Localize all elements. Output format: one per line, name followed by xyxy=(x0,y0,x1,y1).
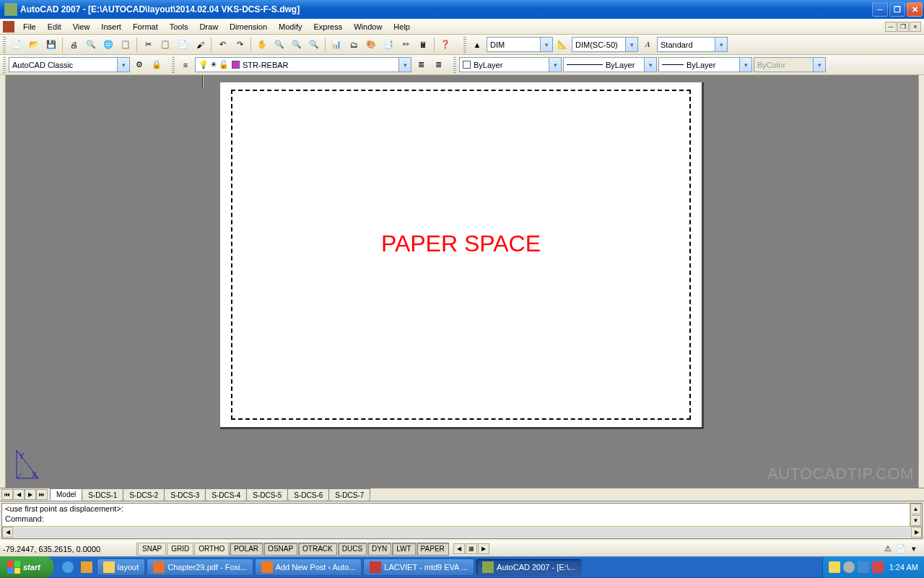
task-item[interactable]: Chapter29.pdf - Foxi... xyxy=(147,558,253,576)
layout-tab-s-dcs-4[interactable]: S-DCS-4 xyxy=(205,488,247,501)
sheet-set-button[interactable]: 📑 xyxy=(380,37,396,53)
layout-tab-model[interactable]: Model xyxy=(50,488,82,501)
menu-window[interactable]: Window xyxy=(348,21,388,33)
ql-ie[interactable] xyxy=(59,558,77,576)
dim-style-dropdown[interactable]: DIM xyxy=(487,37,553,52)
plot-button[interactable]: 🖨 xyxy=(66,37,82,53)
tab-last[interactable]: ⏭ xyxy=(36,489,48,500)
mdi-close[interactable]: × xyxy=(910,22,921,32)
menu-draw[interactable]: Draw xyxy=(193,21,224,33)
task-item[interactable]: AutoCAD 2007 - [E:\... xyxy=(476,558,582,576)
layout-tab-s-dcs-6[interactable]: S-DCS-6 xyxy=(287,488,329,501)
menu-help[interactable]: Help xyxy=(388,21,416,33)
help-button[interactable]: ❓ xyxy=(437,37,453,53)
layer-state[interactable]: ≣ xyxy=(430,57,446,73)
dc-button[interactable]: 🗂 xyxy=(346,37,362,53)
task-item[interactable]: LACVIET - mtd9 EVA ... xyxy=(363,558,474,576)
menu-file[interactable]: File xyxy=(17,21,42,33)
toggle-paper[interactable]: PAPER xyxy=(417,543,449,556)
workspace-lock[interactable]: 🔒 xyxy=(149,57,165,73)
layout-tab-s-dcs-3[interactable]: S-DCS-3 xyxy=(164,488,206,501)
scroll-right[interactable]: ▶ xyxy=(911,527,922,538)
tray-icon-4[interactable] xyxy=(872,561,884,573)
toggle-lwt[interactable]: LWT xyxy=(392,543,415,556)
markup-button[interactable]: ✏ xyxy=(398,37,414,53)
ql-desktop[interactable] xyxy=(78,558,95,576)
status-tray-icon[interactable]: ▾ xyxy=(908,543,920,555)
menu-modify[interactable]: Modify xyxy=(273,21,308,33)
calc-button[interactable]: 🖩 xyxy=(415,37,431,53)
task-item[interactable]: Add New Post ‹ Auto... xyxy=(255,558,362,576)
color-dropdown[interactable]: ByLayer xyxy=(459,57,562,72)
toggle-dyn[interactable]: DYN xyxy=(367,543,391,556)
match-button[interactable]: 🖌 xyxy=(192,37,208,53)
text-style-dropdown[interactable]: Standard xyxy=(657,37,728,52)
command-window[interactable]: <use first point as displacement>: Comma… xyxy=(1,503,923,539)
menu-edit[interactable]: Edit xyxy=(42,21,67,33)
linetype-dropdown[interactable]: ByLayer xyxy=(563,57,657,72)
minimize-button[interactable]: ─ xyxy=(872,2,888,17)
tab-prev[interactable]: ◀ xyxy=(13,489,25,500)
workspace-dropdown[interactable]: AutoCAD Classic xyxy=(9,57,130,72)
cut-button[interactable]: ✂ xyxy=(140,37,156,53)
tray-icon-2[interactable] xyxy=(843,561,855,573)
layout-tab-s-dcs-2[interactable]: S-DCS-2 xyxy=(123,488,165,501)
scroll-left[interactable]: ◀ xyxy=(2,527,13,538)
tray-icon-1[interactable] xyxy=(829,561,840,573)
paste-button[interactable]: 📄 xyxy=(175,37,191,53)
toggle-snap[interactable]: SNAP xyxy=(138,543,166,556)
redo-button[interactable]: ↷ xyxy=(232,37,248,53)
close-button[interactable]: ✕ xyxy=(907,2,923,17)
toggle-polar[interactable]: POLAR xyxy=(230,543,263,556)
toggle-ducs[interactable]: DUCS xyxy=(338,543,367,556)
maximize-button[interactable]: ❐ xyxy=(889,2,905,17)
command-prompt[interactable]: Command: xyxy=(2,514,922,524)
drawing-area[interactable]: PAPER SPACE YX AUTOCADTIP.COM xyxy=(0,75,924,488)
tab-first[interactable]: ⏮ xyxy=(1,489,13,500)
layout-tab-s-dcs-7[interactable]: S-DCS-7 xyxy=(328,488,370,501)
mdi-minimize[interactable]: ─ xyxy=(885,22,897,32)
dim-sc-icon[interactable]: 📐 xyxy=(554,37,570,53)
task-item[interactable]: layout xyxy=(97,558,145,576)
open-button[interactable]: 📂 xyxy=(26,37,42,53)
save-button[interactable]: 💾 xyxy=(43,37,59,53)
zoom-rt-button[interactable]: 🔍 xyxy=(271,37,287,53)
copy-button[interactable]: 📋 xyxy=(157,37,173,53)
layer-manager[interactable]: ≡ xyxy=(178,57,193,73)
scroll-down[interactable]: ▼ xyxy=(910,515,921,526)
layer-dropdown[interactable]: 💡 ☀ 🔓 STR-REBAR xyxy=(195,57,411,72)
menu-tools[interactable]: Tools xyxy=(164,21,194,33)
status-left[interactable]: ◀ xyxy=(453,543,465,554)
status-right[interactable]: ▶ xyxy=(478,543,489,554)
tab-next[interactable]: ▶ xyxy=(25,489,36,500)
start-button[interactable]: start xyxy=(0,556,53,578)
app-menu-icon[interactable] xyxy=(3,21,14,33)
publish-button[interactable]: 🌐 xyxy=(100,37,116,53)
preview-button[interactable]: 🔍 xyxy=(83,37,99,53)
zoom-win-button[interactable]: 🔍 xyxy=(289,37,305,53)
menu-view[interactable]: View xyxy=(67,21,96,33)
menu-dimension[interactable]: Dimension xyxy=(224,21,273,33)
layer-prev[interactable]: ≣ xyxy=(413,57,429,73)
new-button[interactable]: 📄 xyxy=(9,37,25,53)
toggle-otrack[interactable]: OTRACK xyxy=(298,543,337,556)
toggle-osnap[interactable]: OSNAP xyxy=(263,543,297,556)
status-layout-icon[interactable]: 📄 xyxy=(895,543,907,555)
lineweight-dropdown[interactable]: ByLayer xyxy=(658,57,752,72)
menu-express[interactable]: Express xyxy=(308,21,348,33)
dim-icon[interactable]: ▲ xyxy=(469,37,485,53)
layout-tab-s-dcs-5[interactable]: S-DCS-5 xyxy=(246,488,288,501)
dim-sc-dropdown[interactable]: DIM(SC-50) xyxy=(572,37,638,52)
scroll-up[interactable]: ▲ xyxy=(910,504,921,514)
workspace-settings[interactable]: ⚙ xyxy=(131,57,147,73)
clock[interactable]: 1:24 AM xyxy=(889,563,918,571)
status-box[interactable]: ▦ xyxy=(466,543,477,554)
toggle-ortho[interactable]: ORTHO xyxy=(194,543,229,556)
zoom-prev-button[interactable]: 🔍 xyxy=(306,37,322,53)
properties-button[interactable]: 📊 xyxy=(328,37,344,53)
layout-tab-s-dcs-1[interactable]: S-DCS-1 xyxy=(82,488,123,501)
menu-format[interactable]: Format xyxy=(127,21,164,33)
toggle-grid[interactable]: GRID xyxy=(167,543,193,556)
mdi-restore[interactable]: ❐ xyxy=(897,22,909,32)
menu-insert[interactable]: Insert xyxy=(95,21,127,33)
